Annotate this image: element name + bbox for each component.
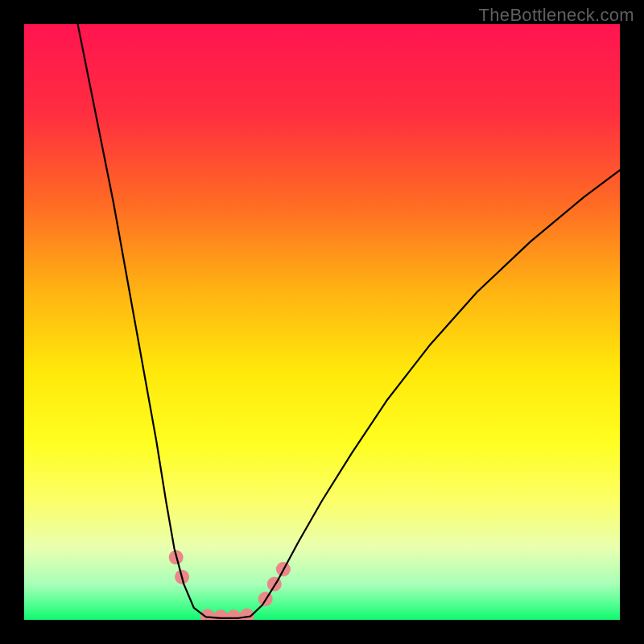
plot-area — [24, 24, 620, 620]
chart-frame: TheBottleneck.com — [0, 0, 644, 644]
watermark-text: TheBottleneck.com — [479, 5, 634, 26]
highlight-markers — [169, 550, 291, 620]
bottleneck-curve — [78, 24, 620, 618]
curve-layer — [24, 24, 620, 620]
